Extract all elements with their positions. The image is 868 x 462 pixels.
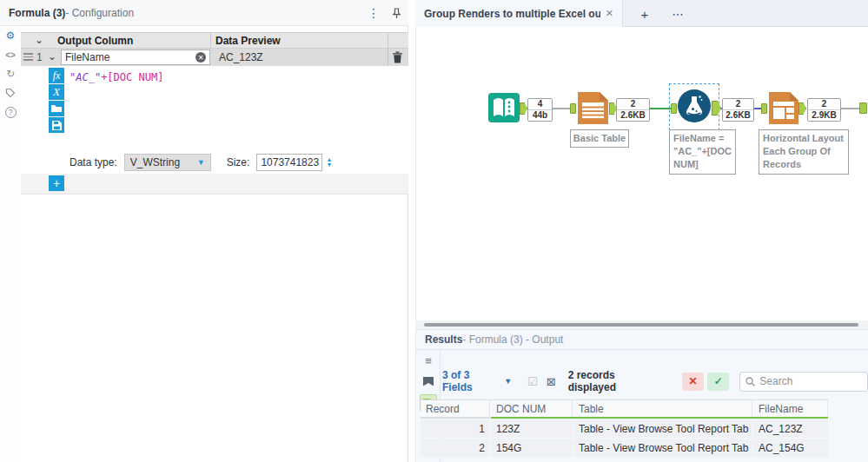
results-header: Results - Formula (3) - Output: [416, 330, 868, 350]
configuration-header: Formula (3) - Configuration ⋮: [0, 0, 408, 26]
config-gear-icon[interactable]: ⚙: [0, 26, 21, 45]
results-table: Record DOC NUM Table FileName 1 123Z Tab…: [421, 399, 829, 457]
panel-menu-icon[interactable]: ⋮: [368, 6, 380, 20]
workflow-canvas[interactable]: 4 44b 2 2.6KB: [415, 27, 868, 320]
add-column-row: +: [21, 174, 408, 195]
expression-text[interactable]: "AC_"+[DOC NUM]: [70, 71, 163, 83]
config-side-strip: ⚙ <> ↻ ?: [0, 26, 21, 462]
functions-icon[interactable]: fx: [49, 68, 64, 83]
save-expression-icon[interactable]: [49, 117, 64, 133]
cell-table-link[interactable]: Table - View Browse Tool Report Tab: [573, 439, 752, 457]
size-input[interactable]: 1073741823: [256, 154, 322, 171]
config-table-header: ⌄ Output Column Data Preview: [21, 32, 408, 49]
size-value: 1073741823: [261, 156, 319, 168]
cell-record: 1: [421, 419, 490, 438]
size-label: Size:: [227, 156, 250, 168]
delete-row-button[interactable]: [392, 51, 403, 66]
data-quality-pass-button[interactable]: ✓: [707, 373, 729, 391]
results-search[interactable]: [739, 372, 868, 392]
cell-docnum: 154G: [491, 439, 573, 457]
cell-viewer-icon[interactable]: ⊠: [547, 375, 556, 388]
cell-table-link[interactable]: Table - View Browse Tool Report Tab: [573, 419, 752, 438]
formula-field-row: 1 ⌄ FileName ✕ AC_123Z: [21, 49, 408, 66]
offscreen-input-anchor[interactable]: [859, 102, 867, 114]
col-header-filename[interactable]: FileName: [753, 400, 828, 417]
data-quality-fail-button[interactable]: ✕: [682, 373, 704, 391]
tab-overflow-button[interactable]: ⋯: [666, 4, 690, 23]
xml-view-icon[interactable]: <>: [0, 45, 21, 64]
data-type-row: Data type: V_WString ▼ Size: 1073741823 …: [21, 151, 408, 174]
basic-table-tool[interactable]: [578, 92, 608, 127]
modified-fields-underline: [491, 417, 828, 419]
table-row: 2 154G Table - View Browse Tool Report T…: [421, 439, 829, 457]
cell-filename: AC_154G: [753, 439, 828, 457]
formula-tool[interactable]: [678, 89, 711, 125]
tab-close-icon[interactable]: ✕: [606, 8, 613, 19]
results-subtitle: - Formula (3) - Output: [462, 333, 563, 346]
data-type-dropdown[interactable]: V_WString ▼: [124, 154, 211, 171]
alteryx-designer-window: Formula (3) - Configuration ⋮ ⚙ <> ↻ ? ⌄…: [0, 0, 868, 462]
workflow-tab-bar: Group Renders to multiple Excel output..…: [415, 0, 868, 27]
cell-record: 2: [421, 439, 490, 457]
row-collapse-chevron-icon[interactable]: ⌄: [48, 50, 56, 63]
results-title: Results: [425, 333, 462, 346]
col-header-docnum[interactable]: DOC NUM: [491, 400, 573, 417]
col-header-table[interactable]: Table: [573, 400, 752, 417]
dropdown-arrow-icon: ▼: [197, 158, 205, 167]
workflow-messages-icon[interactable]: [416, 371, 441, 392]
scrollbar-thumb[interactable]: [424, 323, 858, 327]
text-input-tool[interactable]: [488, 93, 520, 125]
layout-tool[interactable]: [769, 92, 798, 127]
formula-output-anchor[interactable]: [712, 101, 721, 116]
pin-icon[interactable]: [392, 8, 401, 19]
table-row: 1 123Z Table - View Browse Tool Report T…: [421, 419, 829, 438]
expression-field-ref: [DOC NUM]: [107, 71, 163, 83]
records-displayed-text: 2 records displayed: [568, 369, 663, 393]
fields-dropdown[interactable]: 3 of 3 Fields: [442, 369, 500, 393]
new-tab-button[interactable]: +: [633, 4, 657, 23]
field-name-value: FileName: [65, 51, 195, 63]
annotation-tag-icon[interactable]: [0, 83, 21, 102]
search-icon: [745, 377, 755, 386]
variables-icon[interactable]: X: [49, 84, 64, 100]
data-type-value: V_WString: [130, 156, 197, 168]
table-input-anchor[interactable]: [570, 103, 576, 114]
size-stepper[interactable]: ▲ ▼: [326, 157, 332, 168]
connection-badge-1: 4 44b: [527, 98, 553, 122]
results-panel: Results - Formula (3) - Output ≡ ? 3 of …: [415, 329, 868, 462]
field-name-input[interactable]: FileName ✕: [61, 50, 210, 65]
basic-table-annotation: Basic Table: [570, 129, 629, 148]
layout-annotation: Horizontal Layout Each Group Of Records: [759, 129, 849, 175]
expand-all-chevron-icon[interactable]: ⌄: [35, 34, 43, 46]
select-cells-icon[interactable]: ☑: [527, 375, 538, 388]
output-column-header: Output Column: [57, 35, 133, 47]
saved-expressions-folder-icon[interactable]: [49, 101, 64, 116]
add-output-column-button[interactable]: +: [49, 175, 64, 191]
configuration-panel: Formula (3) - Configuration ⋮ ⚙ <> ↻ ? ⌄…: [0, 0, 408, 462]
formula-input-anchor[interactable]: [671, 103, 677, 114]
connection-badge-2: 2 2.6KB: [616, 98, 650, 122]
text-input-output-anchor[interactable]: [520, 102, 527, 115]
clear-field-icon[interactable]: ✕: [195, 52, 206, 63]
col-header-record[interactable]: Record: [421, 400, 490, 417]
config-tool-title: Formula (3): [9, 7, 65, 19]
drag-handle-icon[interactable]: [23, 53, 33, 63]
search-input[interactable]: [759, 375, 855, 387]
data-preview-value: AC_123Z: [219, 51, 263, 63]
fields-dropdown-chevron-icon[interactable]: ▼: [504, 377, 512, 386]
layout-input-anchor[interactable]: [761, 103, 767, 114]
results-table-header: Record DOC NUM Table FileName: [421, 399, 829, 417]
config-subtitle: - Configuration: [65, 7, 134, 19]
layout-output-anchor[interactable]: [798, 102, 806, 115]
formula-annotation: FileName = "AC_"+[DOC NUM]: [669, 129, 736, 175]
workflow-tab[interactable]: Group Renders to multiple Excel output..…: [415, 0, 623, 27]
stepper-down-icon: ▼: [326, 162, 332, 168]
messages-list-icon[interactable]: ≡: [416, 350, 441, 371]
help-icon[interactable]: ?: [0, 102, 21, 122]
results-toolbar: 3 of 3 Fields ▼ ☑ ⊠ 2 records displayed …: [442, 370, 868, 393]
expression-editor: fx X "AC_"+[DOC NUM] Data type: V_WStrin…: [21, 66, 408, 174]
connection-badge-4: 2 2.9KB: [807, 98, 841, 122]
connection-badge-3: 2 2.6KB: [722, 98, 754, 122]
data-type-label: Data type:: [70, 156, 117, 168]
navigation-icon[interactable]: ↻: [0, 64, 21, 83]
